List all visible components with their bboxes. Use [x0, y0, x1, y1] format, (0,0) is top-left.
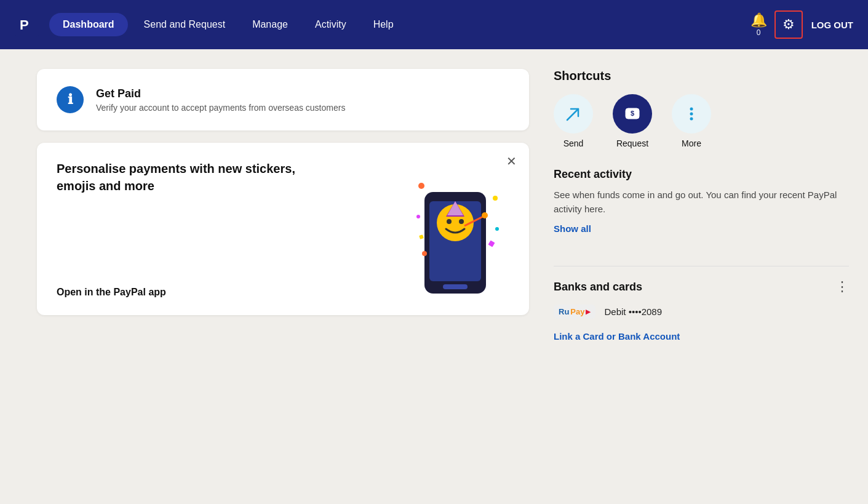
- svg-point-8: [495, 227, 499, 231]
- link-card-link[interactable]: Link a Card or Bank Account: [554, 331, 680, 342]
- shortcut-more[interactable]: More: [672, 94, 711, 148]
- nav-help-link[interactable]: Help: [362, 13, 405, 36]
- banks-cards-section: Banks and cards ⋮ RuPay▶ Debit ••••2089 …: [554, 279, 849, 342]
- rupay-badge: RuPay▶: [554, 305, 595, 319]
- svg-point-5: [418, 183, 424, 189]
- more-shortcut-label: More: [682, 138, 701, 148]
- get-paid-title: Get Paid: [96, 87, 345, 100]
- svg-point-25: [690, 118, 693, 121]
- svg-rect-4: [443, 284, 468, 289]
- gear-icon: ⚙: [782, 17, 795, 33]
- shortcuts-title: Shortcuts: [554, 69, 849, 83]
- svg-point-9: [422, 251, 427, 256]
- shortcut-send[interactable]: Send: [554, 94, 593, 148]
- logout-button[interactable]: LOG OUT: [811, 20, 853, 30]
- nav-manage-link[interactable]: Manage: [241, 13, 299, 36]
- rupay-card-info: Debit ••••2089: [604, 306, 662, 317]
- svg-text:P: P: [20, 17, 29, 33]
- rupay-card-row: RuPay▶ Debit ••••2089: [554, 305, 849, 319]
- recent-activity-section: Recent activity See when funds come in a…: [554, 168, 849, 254]
- nav-activity-link[interactable]: Activity: [304, 13, 357, 36]
- svg-line-19: [567, 109, 578, 120]
- personalise-card: ✕ Personalise payments with new stickers…: [37, 143, 529, 315]
- nav-dashboard-button[interactable]: Dashboard: [49, 13, 128, 36]
- notification-bell[interactable]: 🔔 0: [751, 12, 767, 37]
- section-divider: [554, 266, 849, 266]
- svg-point-7: [416, 215, 420, 218]
- svg-point-24: [690, 113, 693, 116]
- get-paid-card: ℹ Get Paid Verify your account to accept…: [37, 69, 529, 130]
- request-shortcut-label: Request: [616, 138, 648, 148]
- svg-point-14: [459, 219, 464, 224]
- left-column: ℹ Get Paid Verify your account to accept…: [37, 69, 529, 484]
- recent-activity-description: See when funds come in and go out. You c…: [554, 188, 849, 216]
- navbar: P Dashboard Send and Request Manage Acti…: [0, 0, 868, 49]
- settings-button[interactable]: ⚙: [774, 10, 803, 39]
- request-shortcut-icon: $: [613, 94, 652, 134]
- banks-cards-menu-button[interactable]: ⋮: [835, 279, 849, 295]
- paypal-logo: P: [15, 12, 39, 37]
- info-icon: ℹ: [57, 86, 84, 113]
- svg-text:$: $: [631, 110, 634, 117]
- shortcuts-row: Send $ Request: [554, 94, 849, 148]
- bell-icon: 🔔: [751, 12, 767, 28]
- shortcut-request[interactable]: $ Request: [613, 94, 652, 148]
- nav-right-section: 🔔 0 ⚙ LOG OUT: [751, 10, 853, 39]
- personalise-cta-link[interactable]: Open in the PayPal app: [57, 287, 166, 297]
- banks-cards-title: Banks and cards: [554, 281, 642, 294]
- shortcuts-section: Shortcuts Send: [554, 69, 849, 148]
- right-column: Shortcuts Send: [554, 69, 849, 484]
- svg-rect-17: [488, 241, 495, 247]
- get-paid-text: Get Paid Verify your account to accept p…: [96, 87, 345, 113]
- main-layout: ℹ Get Paid Verify your account to accept…: [0, 49, 868, 504]
- show-all-link[interactable]: Show all: [554, 223, 591, 234]
- send-shortcut-icon: [554, 94, 593, 134]
- svg-point-6: [493, 196, 498, 201]
- personalise-close-button[interactable]: ✕: [506, 154, 517, 169]
- svg-point-13: [447, 219, 452, 224]
- bell-count: 0: [757, 28, 761, 37]
- more-shortcut-icon: [672, 94, 711, 134]
- svg-point-23: [690, 108, 693, 111]
- banks-cards-header: Banks and cards ⋮: [554, 279, 849, 295]
- nav-send-request-link[interactable]: Send and Request: [133, 13, 237, 36]
- personalise-title: Personalise payments with new stickers, …: [57, 160, 315, 194]
- recent-activity-title: Recent activity: [554, 168, 849, 181]
- phone-illustration: [406, 155, 504, 297]
- svg-rect-18: [419, 234, 424, 239]
- send-shortcut-label: Send: [563, 138, 584, 148]
- svg-point-16: [482, 212, 488, 218]
- get-paid-description: Verify your account to accept payments f…: [96, 103, 345, 113]
